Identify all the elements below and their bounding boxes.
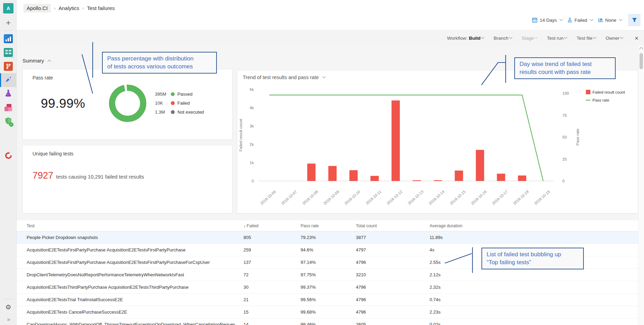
- sidebar-item-boards[interactable]: ✓: [0, 46, 17, 59]
- breadcrumb: Apollo.CI › Analytics › Test failures: [24, 4, 115, 12]
- breadcrumb-separator: ›: [82, 6, 84, 11]
- svg-text:50: 50: [562, 135, 567, 139]
- total-count-cell: 3877: [356, 235, 430, 240]
- test-file-filter[interactable]: Test file: [577, 36, 596, 41]
- sidebar-item-security[interactable]: ✓: [0, 115, 17, 128]
- svg-text:2018-10-19: 2018-10-19: [533, 190, 551, 206]
- top-failing-tests-table: Test ↓Failed Pass rate Total count Avera…: [17, 220, 638, 325]
- close-filter-bar-icon[interactable]: ×: [635, 35, 638, 41]
- svg-text:25: 25: [562, 157, 567, 161]
- beaker-icon: [567, 17, 572, 23]
- owner-filter[interactable]: Owner: [606, 36, 623, 41]
- table-row[interactable]: CanDownloadAsync_WithDataportOff_ThrowsT…: [17, 318, 638, 325]
- sidebar-item-release[interactable]: [0, 149, 17, 162]
- branch-filter[interactable]: Branch: [494, 36, 512, 41]
- svg-text:2018-10-13: 2018-10-13: [407, 190, 424, 206]
- grouping-dropdown[interactable]: None: [597, 16, 623, 24]
- table-row[interactable]: AcquisitionE2ETestsFirstPartyPurchase Ac…: [17, 244, 638, 256]
- svg-text:Pass rate: Pass rate: [592, 98, 609, 102]
- sidebar-item-overview[interactable]: [0, 32, 17, 46]
- pass-rate-cell: 79.23%: [301, 235, 356, 240]
- sidebar-item-test-plans[interactable]: [0, 87, 17, 101]
- svg-text:1k: 1k: [250, 161, 254, 165]
- settings-gear-icon[interactable]: ⚙: [0, 301, 17, 313]
- svg-text:75: 75: [562, 113, 567, 117]
- pass-rate-card: Pass rate 99.99% 395M Passed 10K Failed: [22, 69, 232, 140]
- unique-failing-tests-card: Unique failing tests 7927 tests causing …: [22, 145, 232, 213]
- expand-sidebar-chevrons[interactable]: »: [0, 315, 17, 324]
- column-header-pass-rate[interactable]: Pass rate: [301, 223, 356, 228]
- table-row[interactable]: AcquisitionE2ETestsTrial TrialInstallSuc…: [17, 294, 638, 306]
- unique-failing-description: tests causing 10,291 failed test results: [56, 174, 144, 180]
- failed-count-cell: 15: [243, 309, 301, 315]
- svg-text:2018-10-11: 2018-10-11: [365, 190, 382, 205]
- svg-text:2018-10-09: 2018-10-09: [323, 190, 340, 206]
- test-name-cell: DropClientTelemetryDoesNotReportPerforma…: [27, 272, 243, 277]
- red-ring-icon: [5, 152, 12, 159]
- pass-rate-cell: 97.75%: [301, 272, 356, 277]
- add-project-button[interactable]: +: [0, 17, 17, 29]
- outcome-dropdown[interactable]: Failed: [567, 16, 594, 24]
- table-row[interactable]: AcquisitionE2ETestsThirdPartyPurchase Ac…: [17, 281, 638, 294]
- test-run-filter[interactable]: Test run: [547, 36, 567, 41]
- pass-rate-value: 99.99%: [41, 96, 85, 111]
- column-header-average-duration[interactable]: Average duration: [430, 223, 638, 228]
- sidebar-divider: [4, 30, 12, 31]
- artifacts-boxes-icon: [4, 103, 13, 112]
- table-row[interactable]: DropClientTelemetryDoesNotReportPerforma…: [17, 269, 638, 281]
- funnel-icon: [632, 17, 637, 23]
- scrollbar-thumb[interactable]: [640, 53, 643, 69]
- workflow-filter[interactable]: Workflow:Build: [447, 36, 484, 41]
- total-count-cell: 2605: [356, 322, 430, 325]
- sidebar-item-pipelines[interactable]: [0, 73, 17, 87]
- column-header-test[interactable]: Test: [27, 223, 243, 228]
- average-duration-cell: 2.23s: [430, 309, 638, 315]
- test-name-cell: CanDownloadAsync_WithDataportOff_ThrowsT…: [27, 322, 243, 325]
- filter-band: Workflow:Build Branch Stage Test run Tes…: [17, 30, 644, 46]
- scroll-up-arrow[interactable]: [639, 47, 643, 51]
- unique-failing-count: 7927: [33, 170, 53, 181]
- top-bar: Apollo.CI › Analytics › Test failures 14…: [17, 0, 644, 30]
- filter-toggle-button[interactable]: [628, 14, 641, 26]
- project-avatar[interactable]: A: [3, 3, 13, 13]
- period-dropdown[interactable]: 14 Days: [531, 16, 563, 24]
- sidebar-item-repos[interactable]: [0, 59, 17, 73]
- svg-text:2018-10-17: 2018-10-17: [491, 190, 508, 206]
- test-name-cell: AcquisitionE2ETestsFirstPartyPurchase Ac…: [27, 260, 243, 265]
- table-body: People Picker Dropdown snapshots80579.23…: [17, 231, 638, 325]
- pass-rate-cell: 99.68%: [301, 309, 356, 315]
- app-sidebar: A + ✓: [0, 0, 17, 325]
- column-header-total-count[interactable]: Total count: [356, 223, 430, 228]
- summary-section-toggle[interactable]: Summary: [22, 58, 50, 64]
- average-duration-cell: 4s: [430, 247, 638, 252]
- quick-filter-row: 14 Days Failed None: [531, 14, 641, 26]
- table-row[interactable]: AcquisitionE2ETests CancelPurchaseSucces…: [17, 306, 638, 318]
- failed-dot-icon: [171, 101, 175, 105]
- table-row[interactable]: People Picker Dropdown snapshots80579.23…: [17, 231, 638, 244]
- sidebar-item-artifacts[interactable]: [0, 101, 17, 115]
- breadcrumb-project[interactable]: Apollo.CI: [24, 4, 51, 12]
- outcome-donut-chart: [108, 83, 148, 123]
- pass-rate-cell: 94.6%: [301, 247, 356, 252]
- svg-text:2018-10-06: 2018-10-06: [259, 190, 277, 206]
- stage-filter[interactable]: Stage: [522, 36, 537, 41]
- breadcrumb-section[interactable]: Analytics: [58, 5, 79, 11]
- outcome-legend: 395M Passed 10K Failed 1.3M Not executed: [155, 89, 204, 116]
- average-duration-cell: 0.74s: [430, 297, 638, 302]
- column-header-failed[interactable]: ↓Failed: [243, 223, 301, 228]
- table-row[interactable]: AcquisitionE2ETestsFirstPartyPurchase Ac…: [17, 256, 638, 269]
- svg-text:2k: 2k: [250, 142, 254, 146]
- failed-count-cell: 30: [243, 285, 301, 290]
- svg-text:2018-10-08: 2018-10-08: [302, 190, 319, 206]
- svg-text:2018-10-14: 2018-10-14: [428, 190, 445, 206]
- unique-failing-card-title: Unique failing tests: [33, 151, 73, 156]
- test-name-cell: AcquisitionE2ETestsFirstPartyPurchase Ac…: [27, 247, 243, 252]
- boards-icon: ✓: [4, 48, 13, 57]
- svg-text:2018-10-10: 2018-10-10: [344, 190, 361, 206]
- group-by-icon: [598, 18, 603, 23]
- svg-text:2018-10-15: 2018-10-15: [449, 190, 466, 206]
- svg-text:2018-10-18: 2018-10-18: [512, 190, 530, 206]
- average-duration-cell: 2.55s: [430, 260, 638, 265]
- breadcrumb-separator: ›: [54, 6, 55, 11]
- pass-rate-cell: 99.46%: [301, 322, 356, 325]
